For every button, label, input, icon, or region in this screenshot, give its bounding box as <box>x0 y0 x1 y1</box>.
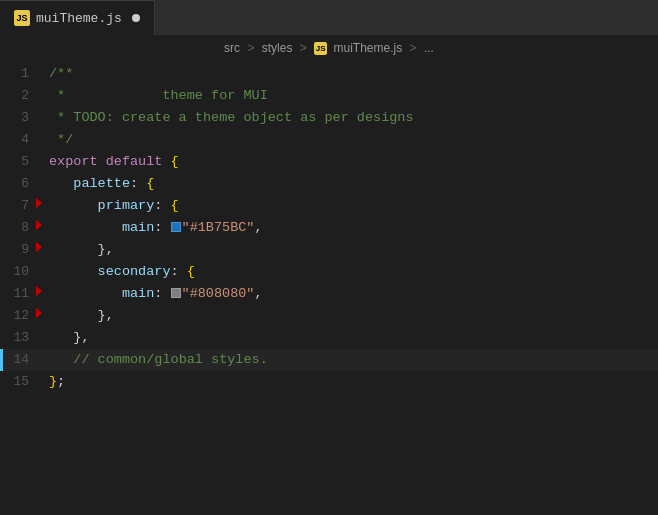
line-content-14: // common/global styles. <box>45 349 658 371</box>
line-num-3: 3 <box>0 107 45 129</box>
line-content-13: }, <box>45 327 658 349</box>
line-content-2: * theme for MUI <box>45 85 658 107</box>
line-content-1: /** <box>45 63 658 85</box>
table-row: 11 main: "#808080", <box>0 283 658 305</box>
line-content-7: primary: { <box>45 195 658 217</box>
line-content-3: * TODO: create a theme object as per des… <box>45 107 658 129</box>
sep3: > <box>410 41 417 55</box>
line-num-13: 13 <box>0 327 45 349</box>
line-num-14: 14 <box>0 349 45 371</box>
collapse-arrow-9[interactable] <box>36 242 42 252</box>
line-content-11: main: "#808080", <box>45 283 658 305</box>
breadcrumb-file: muiTheme.js <box>334 41 403 55</box>
breadcrumb-js-icon: JS <box>314 42 327 55</box>
line-content-6: palette: { <box>45 173 658 195</box>
line-content-12: }, <box>45 305 658 327</box>
sep2: > <box>300 41 307 55</box>
table-row: 7 primary: { <box>0 195 658 217</box>
collapse-arrow-12[interactable] <box>36 308 42 318</box>
table-row: 12 }, <box>0 305 658 327</box>
code-editor: 1 /** 2 * theme for MUI 3 * TODO: create… <box>0 63 658 393</box>
line-num-11: 11 <box>0 283 45 305</box>
collapse-arrow-11[interactable] <box>36 286 42 296</box>
tab-bar: JS muiTheme.js <box>0 0 658 35</box>
collapse-arrow-8[interactable] <box>36 220 42 230</box>
line-num-12: 12 <box>0 305 45 327</box>
collapse-arrow-7[interactable] <box>36 198 42 208</box>
table-row: 15 }; <box>0 371 658 393</box>
breadcrumb-src: src <box>224 41 240 55</box>
line-content-15: }; <box>45 371 658 393</box>
breadcrumb-styles: styles <box>262 41 293 55</box>
table-row: 2 * theme for MUI <box>0 85 658 107</box>
table-row: 13 }, <box>0 327 658 349</box>
table-row: 14 // common/global styles. <box>0 349 658 371</box>
line-content-4: */ <box>45 129 658 151</box>
table-row: 3 * TODO: create a theme object as per d… <box>0 107 658 129</box>
js-icon: JS <box>14 10 30 26</box>
line-num-6: 6 <box>0 173 45 195</box>
line-num-15: 15 <box>0 371 45 393</box>
unsaved-dot <box>132 14 140 22</box>
line-num-8: 8 <box>0 217 45 239</box>
table-row: 4 */ <box>0 129 658 151</box>
table-row: 5 export default { <box>0 151 658 173</box>
breadcrumb-ellipsis: ... <box>424 41 434 55</box>
line-num-4: 4 <box>0 129 45 151</box>
sep1: > <box>247 41 254 55</box>
table-row: 1 /** <box>0 63 658 85</box>
line-num-7: 7 <box>0 195 45 217</box>
line-num-2: 2 <box>0 85 45 107</box>
table-row: 10 secondary: { <box>0 261 658 283</box>
line-content-5: export default { <box>45 151 658 173</box>
table-row: 6 palette: { <box>0 173 658 195</box>
line-num-10: 10 <box>0 261 45 283</box>
line-content-8: main: "#1B75BC", <box>45 217 658 239</box>
tab-label: muiTheme.js <box>36 11 122 26</box>
color-swatch-808080 <box>171 288 181 298</box>
line-content-10: secondary: { <box>45 261 658 283</box>
table-row: 8 main: "#1B75BC", <box>0 217 658 239</box>
breadcrumb: src > styles > JS muiTheme.js > ... <box>0 35 658 63</box>
line-content-9: }, <box>45 239 658 261</box>
line-num-9: 9 <box>0 239 45 261</box>
color-swatch-1b75bc <box>171 222 181 232</box>
table-row: 9 }, <box>0 239 658 261</box>
line-num-5: 5 <box>0 151 45 173</box>
line-num-1: 1 <box>0 63 45 85</box>
tab-muiTheme[interactable]: JS muiTheme.js <box>0 0 155 35</box>
